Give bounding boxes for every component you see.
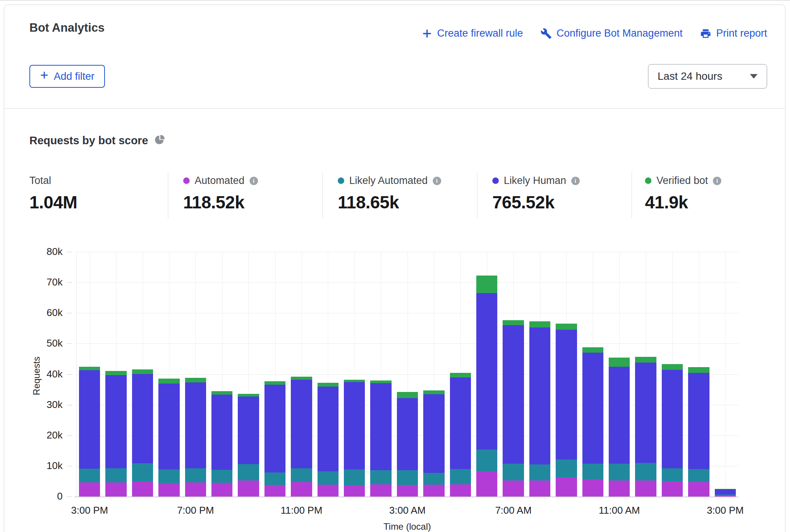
segment-automated: [132, 482, 153, 497]
stat-value: 41.9k: [645, 192, 721, 213]
segment-likely-human: [158, 384, 180, 469]
info-icon[interactable]: i: [250, 177, 258, 185]
bar-12-00-pm[interactable]: [635, 252, 656, 497]
segment-likely-human: [529, 327, 551, 464]
x-tick-label: 11:00 AM: [599, 505, 640, 516]
bar-2-00-pm[interactable]: [688, 252, 709, 497]
page-title: Bot Analytics: [29, 21, 105, 35]
segment-verified-bot: [609, 358, 630, 367]
segment-likely-human: [211, 395, 233, 469]
segment-likely-human: [688, 373, 709, 469]
bar-8-00-am[interactable]: [529, 252, 551, 497]
bar-3-00-am[interactable]: [397, 252, 418, 497]
stat-verified-bot: Verified bot i 41.9k: [645, 175, 721, 213]
segment-automated: [105, 482, 127, 497]
bar-11-00-pm[interactable]: [291, 252, 312, 497]
y-axis-labels: 010k20k30k40k50k60k70k80k: [23, 252, 63, 497]
bar-6-00-am[interactable]: [476, 252, 498, 497]
x-axis-title: Time (local): [384, 521, 431, 532]
segment-likely-automated: [609, 464, 630, 480]
segment-likely-automated: [635, 463, 656, 481]
verified-bot-legend-dot: [645, 177, 651, 184]
bar-11-00-am[interactable]: [609, 252, 630, 497]
automated-legend-dot: [183, 177, 190, 184]
segment-likely-automated: [476, 450, 498, 471]
bar-7-00-am[interactable]: [503, 252, 524, 497]
segment-verified-bot: [370, 380, 392, 383]
info-icon[interactable]: i: [713, 177, 721, 185]
segment-verified-bot: [105, 371, 127, 375]
bar-9-00-pm[interactable]: [238, 252, 259, 497]
link-label: Print report: [716, 27, 767, 39]
y-tick-label: 30k: [23, 399, 63, 411]
y-tick-label: 10k: [23, 460, 63, 472]
y-tick-label: 40k: [23, 368, 63, 380]
y-tick-label: 20k: [23, 429, 63, 441]
bar-3-00-pm[interactable]: [715, 252, 736, 497]
y-tick-label: 80k: [23, 246, 63, 258]
y-tick-mark: [67, 497, 72, 497]
bar-10-00-pm[interactable]: [264, 252, 286, 497]
time-range-select[interactable]: Last 24 hours: [648, 64, 767, 89]
bar-5-00-pm[interactable]: [132, 252, 153, 497]
y-tick-label: 50k: [23, 337, 63, 349]
segment-automated: [264, 485, 286, 497]
stat-label: Likely Human: [504, 175, 566, 187]
segment-likely-human: [503, 325, 524, 463]
x-tick-label: 7:00 AM: [495, 505, 531, 516]
x-tick-label: 7:00 PM: [177, 505, 214, 516]
segment-likely-automated: [556, 459, 577, 477]
bar-1-00-pm[interactable]: [662, 252, 683, 497]
bar-10-00-am[interactable]: [582, 252, 604, 497]
segment-likely-automated: [582, 463, 604, 479]
bar-5-00-am[interactable]: [450, 252, 471, 497]
segment-likely-human: [635, 363, 656, 463]
x-axis-line: [74, 497, 738, 497]
configure-bot-management-link[interactable]: Configure Bot Management: [540, 27, 682, 39]
segment-likely-automated: [344, 469, 365, 486]
y-tick-mark: [67, 282, 72, 283]
plus-icon: [422, 28, 432, 39]
segment-automated: [370, 484, 392, 497]
segment-verified-bot: [450, 373, 471, 377]
segment-automated: [397, 485, 418, 497]
segment-verified-bot: [318, 383, 339, 387]
x-tick-label: 3:00 AM: [389, 505, 426, 516]
segment-automated: [503, 480, 524, 497]
y-tick-label: 70k: [23, 276, 63, 288]
add-filter-button[interactable]: Add filter: [29, 65, 105, 88]
segment-verified-bot: [132, 369, 153, 374]
bar-6-00-pm[interactable]: [158, 252, 180, 497]
x-tick-label: 3:00 PM: [71, 505, 108, 516]
print-report-link[interactable]: Print report: [700, 27, 767, 39]
bar-7-00-pm[interactable]: [185, 252, 206, 497]
wrench-icon: [540, 28, 552, 39]
segment-likely-automated: [503, 463, 524, 480]
info-icon[interactable]: i: [433, 177, 441, 185]
segment-likely-automated: [423, 473, 445, 484]
segment-automated: [158, 483, 180, 497]
bar-1-00-am[interactable]: [344, 252, 365, 497]
segment-likely-automated: [397, 470, 418, 485]
likely-automated-legend-dot: [338, 177, 344, 184]
bar-12-00-am[interactable]: [318, 252, 339, 497]
segment-likely-human: [476, 293, 498, 450]
bar-3-00-pm[interactable]: [79, 252, 100, 497]
bar-9-00-am[interactable]: [556, 252, 577, 497]
page-top-edge: [0, 0, 790, 1]
pie-chart-icon: [155, 135, 165, 147]
segment-verified-bot: [291, 377, 312, 380]
bar-4-00-am[interactable]: [423, 252, 445, 497]
bar-2-00-am[interactable]: [370, 252, 392, 497]
bar-4-00-pm[interactable]: [105, 252, 127, 497]
section-title: Requests by bot score: [29, 134, 148, 147]
info-icon[interactable]: i: [571, 177, 580, 185]
bar-8-00-pm[interactable]: [211, 252, 233, 497]
segment-likely-human: [715, 489, 736, 495]
segment-likely-human: [132, 374, 153, 463]
segment-likely-human: [423, 394, 445, 473]
create-firewall-rule-link[interactable]: Create firewall rule: [422, 27, 523, 39]
segment-automated: [556, 477, 577, 497]
segment-likely-human: [556, 330, 577, 460]
segment-likely-human: [291, 380, 312, 468]
